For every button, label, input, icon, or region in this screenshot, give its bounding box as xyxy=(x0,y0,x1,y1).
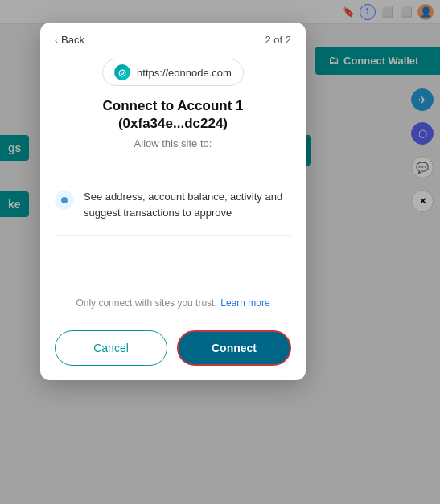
modal-spacer xyxy=(40,236,306,284)
connect-button[interactable]: Connect xyxy=(177,330,291,366)
back-button[interactable]: ‹ Back xyxy=(55,34,84,46)
learn-more-link[interactable]: Learn more xyxy=(220,297,269,309)
chevron-left-icon: ‹ xyxy=(55,35,58,46)
page-count: 2 of 2 xyxy=(265,34,291,46)
back-label: Back xyxy=(61,34,84,46)
trust-notice: Only connect with sites you trust. Learn… xyxy=(40,284,306,321)
modal-title-line2: (0xfa34e...dc224) xyxy=(118,116,228,131)
site-url-box: ◎ https://eonnode.com xyxy=(102,59,244,86)
permission-item: See address, account balance, activity a… xyxy=(40,174,306,235)
permission-icon xyxy=(55,191,74,210)
cancel-button[interactable]: Cancel xyxy=(55,330,167,366)
modal-header: ‹ Back 2 of 2 xyxy=(40,23,306,52)
modal-title: Connect to Account 1 (0xfa34e...dc224) xyxy=(102,97,243,133)
modal-footer: Cancel Connect xyxy=(40,321,306,380)
permission-dot xyxy=(61,197,68,203)
modal-title-line1: Connect to Account 1 xyxy=(102,98,243,113)
permission-text: See address, account balance, activity a… xyxy=(84,189,291,220)
connect-wallet-modal: ‹ Back 2 of 2 ◎ https://eonnode.com Conn… xyxy=(40,23,306,380)
trust-notice-text: Only connect with sites you trust. xyxy=(76,297,216,309)
site-url-text: https://eonnode.com xyxy=(137,67,232,79)
site-info: ◎ https://eonnode.com Connect to Account… xyxy=(40,52,306,174)
site-logo: ◎ xyxy=(114,64,130,80)
allow-text: Allow this site to: xyxy=(134,137,212,150)
